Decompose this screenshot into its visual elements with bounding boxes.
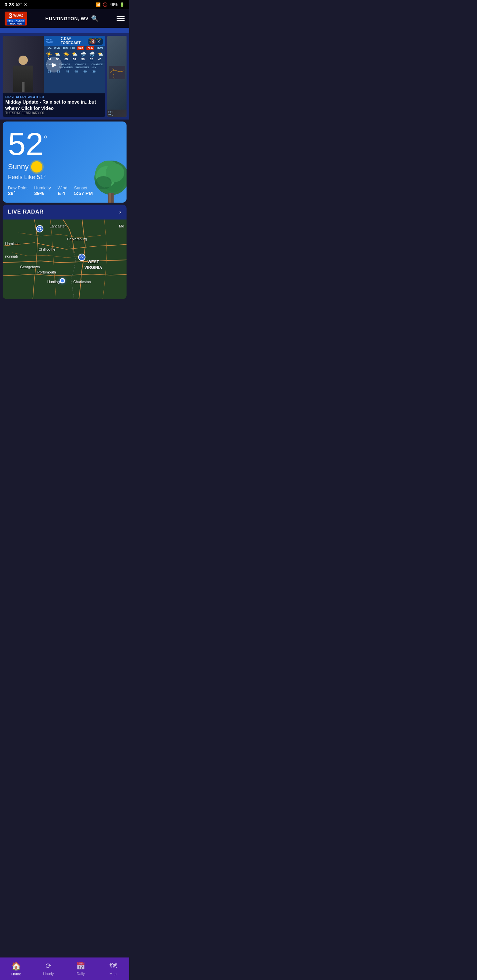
location-indicator <box>60 278 65 283</box>
video-caption: FIRST ALERT WEATHER Midday Update - Rain… <box>3 93 105 116</box>
station-name: WBAZ <box>13 14 23 17</box>
nav-hourly-label: Hourly <box>43 972 54 976</box>
menu-button[interactable] <box>116 16 124 21</box>
label-charleston: Charleston <box>73 280 91 284</box>
svg-rect-0 <box>108 66 125 79</box>
hourly-icon: ⟳ <box>45 962 51 970</box>
video-main[interactable]: FIRST ALERT 7-DAY FORECAST SANDY'S 🎰 TUE… <box>3 36 105 117</box>
wind-stat: Wind E 4 <box>57 185 68 196</box>
video-side-panel: FIRW... <box>107 36 126 117</box>
dew-point-stat: Dew Point 28° <box>8 185 27 196</box>
temperature-display: 52 ° <box>8 128 121 160</box>
channel-number: 3 <box>9 12 12 19</box>
label-west-virginia: WESTVIRGINIA <box>85 259 102 270</box>
dew-point-label: Dew Point <box>8 185 27 190</box>
header-location[interactable]: HUNTINGTON, WV 🔍 <box>45 15 98 22</box>
label-chillicothe: Chillicothe <box>38 247 55 251</box>
app-header: 3 WBAZ FIRST ALERT WEATHER HUNTINGTON, W… <box>0 9 129 28</box>
nav-map-label: Map <box>110 972 116 976</box>
video-section: FIRST ALERT 7-DAY FORECAST SANDY'S 🎰 TUE… <box>0 33 129 119</box>
status-temp: 52° <box>16 2 22 7</box>
video-thumbnail: FIRST ALERT 7-DAY FORECAST SANDY'S 🎰 TUE… <box>3 36 105 93</box>
nav-map[interactable]: 🗺 Map <box>97 962 129 976</box>
hamburger-line-2 <box>116 18 124 19</box>
live-radar-section: LIVE RADAR › <box>3 205 126 299</box>
svg-line-6 <box>33 163 34 164</box>
current-weather-card: 52 ° Sunny <box>3 121 126 203</box>
live-radar-header[interactable]: LIVE RADAR › <box>3 205 126 220</box>
nav-hourly[interactable]: ⟳ Hourly <box>32 962 65 976</box>
status-time: 3:23 <box>5 2 14 7</box>
condition-text: Sunny <box>8 162 29 171</box>
highway-77-shield: 77 <box>78 254 85 261</box>
label-georgetown: Georgetown <box>20 265 40 269</box>
play-button[interactable]: ▶ <box>46 57 62 73</box>
wind-label: Wind <box>57 185 68 190</box>
wind-value: E 4 <box>57 190 65 196</box>
signal-icon: 🚫 <box>103 2 108 7</box>
label-hamilton: Hamilton <box>5 242 19 246</box>
hamburger-line-1 <box>116 16 124 17</box>
logo-container[interactable]: 3 WBAZ FIRST ALERT WEATHER <box>5 11 27 25</box>
location-text: HUNTINGTON, WV <box>45 16 88 21</box>
svg-rect-19 <box>3 220 126 299</box>
temperature-unit: ° <box>43 134 47 145</box>
app-logo: 3 WBAZ FIRST ALERT WEATHER <box>5 11 27 25</box>
tree-decoration <box>90 159 126 203</box>
svg-rect-17 <box>108 192 111 203</box>
dew-point-value: 28° <box>8 190 16 196</box>
side-thumb-1[interactable]: FIRW... <box>107 36 126 117</box>
label-portsmouth: Portsmouth <box>37 270 56 274</box>
presenter-silhouette <box>10 56 37 92</box>
humidity-label: Humidity <box>34 185 51 190</box>
humidity-value: 39% <box>34 190 44 196</box>
status-x-icon: ✕ <box>24 2 27 7</box>
label-lancaster: Lancaster <box>50 224 65 228</box>
wifi-icon: 📶 <box>96 2 101 7</box>
humidity-stat: Humidity 39% <box>34 185 51 196</box>
label-parkersburg: Parkersburg <box>67 237 87 241</box>
svg-line-7 <box>40 170 41 171</box>
svg-point-1 <box>33 163 40 170</box>
temperature-value: 52 <box>8 128 43 160</box>
mute-button[interactable]: 🔇 ✕ <box>88 38 103 45</box>
nav-daily[interactable]: 📅 Daily <box>65 962 97 976</box>
sunset-label: Sunset <box>74 185 87 190</box>
chevron-right-icon: › <box>119 208 121 216</box>
search-button[interactable]: 🔍 <box>91 15 98 22</box>
home-icon: 🏠 <box>11 961 21 971</box>
radar-map[interactable]: Hamilton Chillicothe Parkersburg ncinnat… <box>3 220 126 299</box>
weather-band: WEATHER <box>6 22 25 25</box>
video-date: TUESDAY FEBRUARY 06 <box>5 111 103 115</box>
video-tag: FIRST ALERT WEATHER <box>5 95 103 99</box>
battery-icon: 🔋 <box>120 2 124 7</box>
status-bar: 3:23 52° ✕ 📶 🚫 49% 🔋 <box>0 0 129 9</box>
video-title: Midday Update - Rain set to move in...bu… <box>5 99 103 111</box>
svg-line-8 <box>33 170 34 171</box>
nav-home[interactable]: 🏠 Home <box>0 961 32 976</box>
sun-icon <box>31 161 42 172</box>
nav-daily-label: Daily <box>77 972 85 976</box>
highway-71-shield: 71 <box>36 225 43 232</box>
battery-percent: 49% <box>110 2 118 7</box>
first-alert-band: FIRST ALERT <box>6 19 25 22</box>
nav-home-label: Home <box>11 972 21 976</box>
blue-banner <box>0 28 129 33</box>
side-thumb-label: FIRW... <box>107 110 126 117</box>
svg-point-15 <box>95 176 112 189</box>
bottom-navigation: 🏠 Home ⟳ Hourly 📅 Daily 🗺 Map <box>0 958 129 980</box>
label-cincinnati: ncinnati <box>5 254 18 258</box>
svg-line-9 <box>40 163 41 164</box>
map-icon: 🗺 <box>109 962 116 970</box>
label-mo: Mo <box>119 224 124 228</box>
live-radar-title: LIVE RADAR <box>8 209 44 215</box>
hamburger-line-3 <box>116 20 124 21</box>
daily-icon: 📅 <box>76 962 85 970</box>
